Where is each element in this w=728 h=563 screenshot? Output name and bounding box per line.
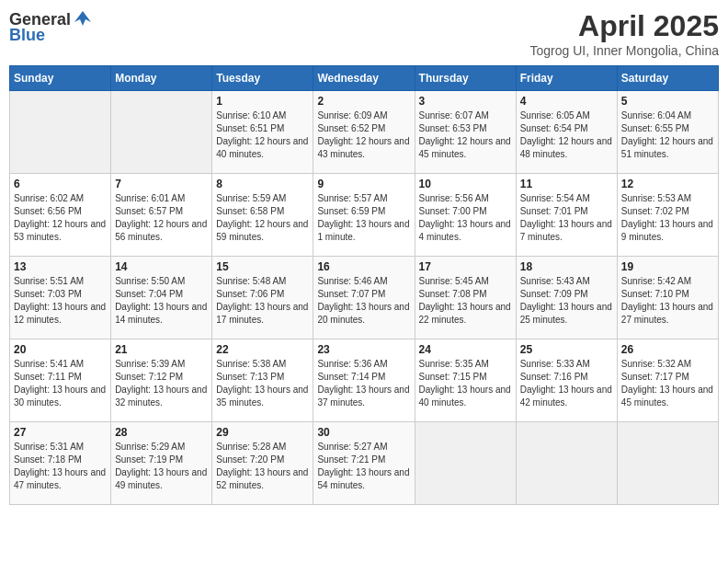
table-row: 1Sunrise: 6:10 AMSunset: 6:51 PMDaylight…	[212, 91, 313, 174]
calendar-location: Togrog UI, Inner Mongolia, China	[530, 43, 719, 58]
table-row	[516, 422, 617, 505]
table-row: 14Sunrise: 5:50 AMSunset: 7:04 PMDayligh…	[111, 257, 212, 339]
day-info: Sunrise: 5:28 AMSunset: 7:20 PMDaylight:…	[216, 441, 309, 492]
day-info: Sunrise: 5:57 AMSunset: 6:59 PMDaylight:…	[317, 192, 410, 244]
day-number: 25	[520, 343, 613, 356]
day-info: Sunrise: 5:36 AMSunset: 7:14 PMDaylight:…	[317, 358, 410, 409]
calendar-week-row: 20Sunrise: 5:41 AMSunset: 7:11 PMDayligh…	[10, 339, 719, 422]
table-row: 24Sunrise: 5:35 AMSunset: 7:15 PMDayligh…	[415, 339, 516, 422]
table-row: 18Sunrise: 5:43 AMSunset: 7:09 PMDayligh…	[516, 257, 617, 339]
day-number: 29	[216, 426, 309, 439]
day-number: 21	[115, 343, 208, 356]
day-number: 19	[621, 260, 714, 273]
day-number: 8	[216, 178, 309, 190]
day-number: 20	[14, 343, 107, 356]
logo-blue-text: Blue	[9, 26, 45, 45]
day-info: Sunrise: 6:04 AMSunset: 6:55 PMDaylight:…	[621, 109, 714, 161]
day-info: Sunrise: 5:56 AMSunset: 7:00 PMDaylight:…	[419, 192, 512, 244]
day-number: 15	[216, 260, 309, 273]
day-number: 27	[14, 426, 107, 439]
calendar-week-row: 27Sunrise: 5:31 AMSunset: 7:18 PMDayligh…	[10, 422, 719, 505]
day-number: 9	[317, 178, 410, 190]
table-row	[10, 91, 111, 174]
calendar-header-row: Sunday Monday Tuesday Wednesday Thursday…	[10, 66, 719, 91]
table-row: 7Sunrise: 6:01 AMSunset: 6:57 PMDaylight…	[111, 174, 212, 257]
day-number: 5	[621, 95, 714, 108]
day-info: Sunrise: 5:41 AMSunset: 7:11 PMDaylight:…	[14, 358, 107, 409]
day-info: Sunrise: 5:48 AMSunset: 7:06 PMDaylight:…	[216, 275, 309, 327]
day-info: Sunrise: 5:46 AMSunset: 7:07 PMDaylight:…	[317, 275, 410, 327]
table-row: 4Sunrise: 6:05 AMSunset: 6:54 PMDaylight…	[516, 91, 617, 174]
col-sunday: Sunday	[10, 66, 111, 91]
col-saturday: Saturday	[617, 66, 718, 91]
table-row: 23Sunrise: 5:36 AMSunset: 7:14 PMDayligh…	[313, 339, 415, 422]
title-area: April 2025 Togrog UI, Inner Mongolia, Ch…	[530, 9, 719, 58]
table-row: 9Sunrise: 5:57 AMSunset: 6:59 PMDaylight…	[313, 174, 415, 257]
day-number: 16	[317, 260, 410, 273]
day-number: 12	[621, 178, 714, 190]
day-number: 26	[621, 343, 714, 356]
day-info: Sunrise: 5:39 AMSunset: 7:12 PMDaylight:…	[115, 358, 208, 409]
day-info: Sunrise: 5:45 AMSunset: 7:08 PMDaylight:…	[419, 275, 512, 327]
table-row: 21Sunrise: 5:39 AMSunset: 7:12 PMDayligh…	[111, 339, 212, 422]
svg-marker-0	[74, 11, 91, 26]
calendar-title: April 2025	[530, 9, 719, 43]
day-info: Sunrise: 5:33 AMSunset: 7:16 PMDaylight:…	[520, 358, 613, 409]
day-info: Sunrise: 5:35 AMSunset: 7:15 PMDaylight:…	[419, 358, 512, 409]
calendar-table: Sunday Monday Tuesday Wednesday Thursday…	[9, 65, 719, 505]
day-info: Sunrise: 5:43 AMSunset: 7:09 PMDaylight:…	[520, 275, 613, 327]
day-number: 1	[216, 95, 309, 108]
day-number: 30	[317, 426, 410, 439]
table-row: 13Sunrise: 5:51 AMSunset: 7:03 PMDayligh…	[10, 257, 111, 339]
day-number: 22	[216, 343, 309, 356]
table-row: 26Sunrise: 5:32 AMSunset: 7:17 PMDayligh…	[617, 339, 718, 422]
day-info: Sunrise: 5:59 AMSunset: 6:58 PMDaylight:…	[216, 192, 309, 244]
calendar-week-row: 6Sunrise: 6:02 AMSunset: 6:56 PMDaylight…	[10, 174, 719, 257]
day-info: Sunrise: 6:10 AMSunset: 6:51 PMDaylight:…	[216, 109, 309, 161]
day-number: 6	[14, 178, 107, 190]
table-row: 29Sunrise: 5:28 AMSunset: 7:20 PMDayligh…	[212, 422, 313, 505]
calendar-week-row: 1Sunrise: 6:10 AMSunset: 6:51 PMDaylight…	[10, 91, 719, 174]
table-row: 6Sunrise: 6:02 AMSunset: 6:56 PMDaylight…	[10, 174, 111, 257]
day-number: 3	[419, 95, 512, 108]
col-wednesday: Wednesday	[313, 66, 415, 91]
logo-bird-icon	[73, 9, 93, 29]
col-tuesday: Tuesday	[212, 66, 313, 91]
table-row: 5Sunrise: 6:04 AMSunset: 6:55 PMDaylight…	[617, 91, 718, 174]
day-number: 13	[14, 260, 107, 273]
day-number: 28	[115, 426, 208, 439]
table-row: 12Sunrise: 5:53 AMSunset: 7:02 PMDayligh…	[617, 174, 718, 257]
table-row: 27Sunrise: 5:31 AMSunset: 7:18 PMDayligh…	[10, 422, 111, 505]
col-friday: Friday	[516, 66, 617, 91]
table-row: 10Sunrise: 5:56 AMSunset: 7:00 PMDayligh…	[415, 174, 516, 257]
day-info: Sunrise: 6:01 AMSunset: 6:57 PMDaylight:…	[115, 192, 208, 244]
day-info: Sunrise: 5:51 AMSunset: 7:03 PMDaylight:…	[14, 275, 107, 327]
table-row	[111, 91, 212, 174]
day-number: 2	[317, 95, 410, 108]
col-monday: Monday	[111, 66, 212, 91]
day-number: 7	[115, 178, 208, 190]
table-row: 3Sunrise: 6:07 AMSunset: 6:53 PMDaylight…	[415, 91, 516, 174]
table-row: 11Sunrise: 5:54 AMSunset: 7:01 PMDayligh…	[516, 174, 617, 257]
page-header: General Blue April 2025 Togrog UI, Inner…	[9, 9, 719, 58]
logo: General Blue	[9, 9, 93, 45]
day-info: Sunrise: 5:53 AMSunset: 7:02 PMDaylight:…	[621, 192, 714, 244]
day-number: 17	[419, 260, 512, 273]
table-row: 16Sunrise: 5:46 AMSunset: 7:07 PMDayligh…	[313, 257, 415, 339]
day-number: 11	[520, 178, 613, 190]
table-row: 20Sunrise: 5:41 AMSunset: 7:11 PMDayligh…	[10, 339, 111, 422]
day-info: Sunrise: 6:09 AMSunset: 6:52 PMDaylight:…	[317, 109, 410, 161]
table-row	[415, 422, 516, 505]
table-row: 30Sunrise: 5:27 AMSunset: 7:21 PMDayligh…	[313, 422, 415, 505]
col-thursday: Thursday	[415, 66, 516, 91]
day-info: Sunrise: 5:31 AMSunset: 7:18 PMDaylight:…	[14, 441, 107, 492]
table-row: 28Sunrise: 5:29 AMSunset: 7:19 PMDayligh…	[111, 422, 212, 505]
table-row: 25Sunrise: 5:33 AMSunset: 7:16 PMDayligh…	[516, 339, 617, 422]
day-number: 14	[115, 260, 208, 273]
day-number: 23	[317, 343, 410, 356]
day-info: Sunrise: 5:42 AMSunset: 7:10 PMDaylight:…	[621, 275, 714, 327]
day-info: Sunrise: 6:05 AMSunset: 6:54 PMDaylight:…	[520, 109, 613, 161]
calendar-week-row: 13Sunrise: 5:51 AMSunset: 7:03 PMDayligh…	[10, 257, 719, 339]
table-row	[617, 422, 718, 505]
table-row: 8Sunrise: 5:59 AMSunset: 6:58 PMDaylight…	[212, 174, 313, 257]
